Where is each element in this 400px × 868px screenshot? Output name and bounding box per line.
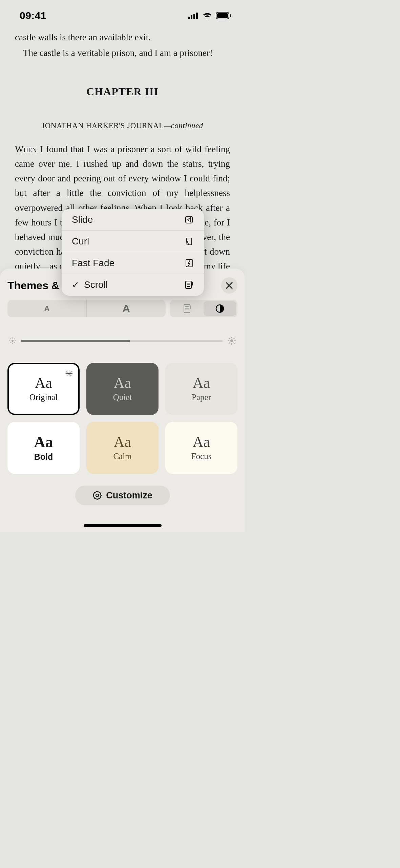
popover-label: Scroll [84,279,108,290]
page-icon [183,304,191,313]
view-mode-segmented [170,300,237,317]
svg-line-38 [100,498,100,498]
svg-line-19 [14,342,15,343]
status-bar: 09:41 [0,0,245,24]
svg-rect-1 [191,15,192,19]
svg-point-13 [12,340,14,342]
status-icons [188,12,231,19]
svg-rect-3 [196,13,198,19]
svg-line-30 [234,338,234,339]
theme-sample: Aa [114,435,131,450]
svg-line-18 [10,339,11,339]
sun-low-icon [9,337,16,344]
svg-line-27 [229,338,230,339]
cellular-icon [188,12,199,19]
svg-rect-41 [186,216,192,223]
svg-line-29 [229,343,230,343]
theme-quiet[interactable]: Aa Quiet [86,363,159,415]
battery-icon [216,12,231,19]
svg-point-22 [230,339,233,342]
theme-label: Quiet [113,393,132,402]
brightness-slider[interactable] [7,336,237,345]
panel-title: Themes & [7,279,59,292]
svg-rect-6 [230,14,231,17]
page-turn-popover: Slide Curl Fast Fade ✓Scroll [62,209,204,296]
popover-label: Fast Fade [72,258,114,269]
popover-label: Curl [72,236,89,247]
chapter-subtitle: JONATHAN HARKER'S JOURNAL—continued [15,120,230,132]
svg-point-32 [96,494,99,497]
theme-sample: Aa [35,376,52,391]
scroll-icon [184,280,194,290]
book-line: The castle is a veritable prison, and I … [15,46,230,60]
svg-line-37 [94,492,95,493]
contrast-icon [215,304,225,313]
popover-label: Slide [72,214,93,225]
theme-label: Calm [113,452,131,461]
theme-original[interactable]: ✳︎ Aa Original [7,363,80,415]
theme-focus[interactable]: Aa Focus [165,422,237,474]
fastfade-icon [185,258,194,268]
svg-line-28 [234,343,234,343]
chapter-title: CHAPTER III [15,83,230,100]
popover-item-slide[interactable]: Slide [62,209,204,231]
body-first-word: When [15,144,37,154]
popover-item-curl[interactable]: Curl [62,231,204,252]
popover-item-scroll[interactable]: ✓Scroll [62,274,204,296]
svg-line-39 [94,498,95,498]
svg-rect-5 [217,13,228,18]
status-time: 09:41 [20,10,46,21]
theme-label: Original [29,393,58,402]
scroll-mode-option[interactable] [171,301,204,316]
wifi-icon [202,12,212,19]
subtitle-main: JONATHAN HARKER'S JOURNAL [42,121,164,130]
svg-line-40 [100,492,100,493]
customize-label: Customize [106,490,152,501]
theme-sample: Aa [34,434,53,450]
font-smaller-button[interactable]: A [7,300,87,317]
star-icon: ✳︎ [65,368,73,379]
theme-paper[interactable]: Aa Paper [165,363,237,415]
sun-high-icon [227,336,236,345]
svg-rect-0 [188,17,190,19]
gear-icon [92,491,102,500]
theme-label: Bold [34,452,53,462]
font-larger-button[interactable]: A [87,300,166,317]
close-icon [226,282,233,289]
close-button[interactable] [221,277,237,294]
popover-item-fastfade[interactable]: Fast Fade [62,252,204,274]
slide-icon [184,215,194,224]
theme-grid: ✳︎ Aa Original Aa Quiet Aa Paper Aa Bold… [7,363,237,474]
home-indicator[interactable] [84,524,162,527]
subtitle-tail: —continued [164,121,203,130]
themes-panel: Themes & A A ✳︎ [0,269,245,532]
book-line: castle walls is there an available exit. [15,31,230,45]
check-icon: ✓ [72,280,79,290]
theme-bold[interactable]: Aa Bold [7,422,80,474]
dark-mode-option[interactable] [204,301,236,316]
svg-line-21 [14,339,15,339]
brightness-track [21,340,223,342]
segmented-row: A A [7,300,237,317]
theme-sample: Aa [193,435,210,450]
theme-calm[interactable]: Aa Calm [86,422,159,474]
brightness-fill [21,340,130,342]
customize-button[interactable]: Customize [75,486,170,505]
theme-label: Focus [191,452,212,461]
theme-label: Paper [192,393,211,402]
font-size-segmented: A A [7,300,166,317]
theme-sample: Aa [193,376,210,391]
theme-sample: Aa [114,376,131,391]
svg-rect-2 [193,14,195,19]
svg-line-20 [10,342,11,343]
curl-icon [184,237,194,246]
